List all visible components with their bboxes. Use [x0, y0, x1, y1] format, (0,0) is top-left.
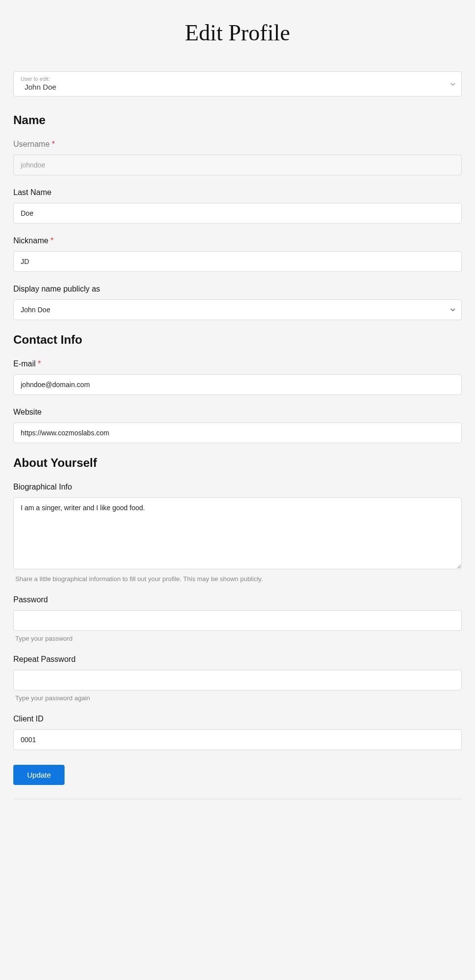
client-id-label: Client ID [13, 715, 462, 723]
bio-textarea[interactable] [13, 497, 462, 569]
email-input[interactable] [13, 374, 462, 395]
last-name-label: Last Name [13, 188, 462, 197]
password-help: Type your password [13, 635, 462, 642]
nickname-label-text: Nickname [13, 236, 48, 245]
update-button[interactable]: Update [13, 765, 65, 785]
user-select-label: User to edit: [21, 76, 454, 82]
required-marker: * [52, 140, 55, 148]
user-select[interactable]: User to edit: John Doe [13, 71, 462, 97]
caret-down-icon [450, 80, 455, 89]
section-heading-contact: Contact Info [13, 333, 462, 347]
field-password: Password Type your password [13, 595, 462, 642]
password-label: Password [13, 595, 462, 604]
field-bio: Biographical Info Share a little biograp… [13, 483, 462, 583]
display-name-label: Display name publicly as [13, 285, 462, 294]
user-select-value: John Doe [21, 82, 454, 91]
field-display-name: Display name publicly as John Doe [13, 285, 462, 320]
website-label: Website [13, 408, 462, 417]
page-title: Edit Profile [13, 20, 462, 46]
field-client-id: Client ID [13, 715, 462, 750]
password-input[interactable] [13, 610, 462, 631]
field-nickname: Nickname * [13, 236, 462, 272]
username-input [13, 155, 462, 175]
field-username: Username * [13, 140, 462, 175]
display-name-select[interactable]: John Doe [13, 299, 462, 320]
divider [13, 799, 462, 799]
field-website: Website [13, 408, 462, 443]
display-name-value: John Doe [21, 306, 50, 314]
chevron-down-icon [450, 306, 455, 314]
bio-label: Biographical Info [13, 483, 462, 491]
bio-help: Share a little biographical information … [13, 575, 462, 583]
section-heading-name: Name [13, 113, 462, 127]
repeat-password-help: Type your password again [13, 694, 462, 702]
field-last-name: Last Name [13, 188, 462, 224]
nickname-label: Nickname * [13, 236, 462, 245]
email-label: E-mail * [13, 359, 462, 368]
section-heading-about: About Yourself [13, 456, 462, 470]
email-label-text: E-mail [13, 359, 35, 368]
required-marker: * [51, 236, 54, 245]
website-input[interactable] [13, 423, 462, 443]
field-email: E-mail * [13, 359, 462, 395]
field-repeat-password: Repeat Password Type your password again [13, 655, 462, 702]
repeat-password-input[interactable] [13, 670, 462, 690]
nickname-input[interactable] [13, 251, 462, 272]
client-id-input[interactable] [13, 729, 462, 750]
username-label-text: Username [13, 140, 50, 148]
last-name-input[interactable] [13, 203, 462, 224]
username-label: Username * [13, 140, 462, 149]
required-marker: * [38, 359, 41, 368]
repeat-password-label: Repeat Password [13, 655, 462, 664]
